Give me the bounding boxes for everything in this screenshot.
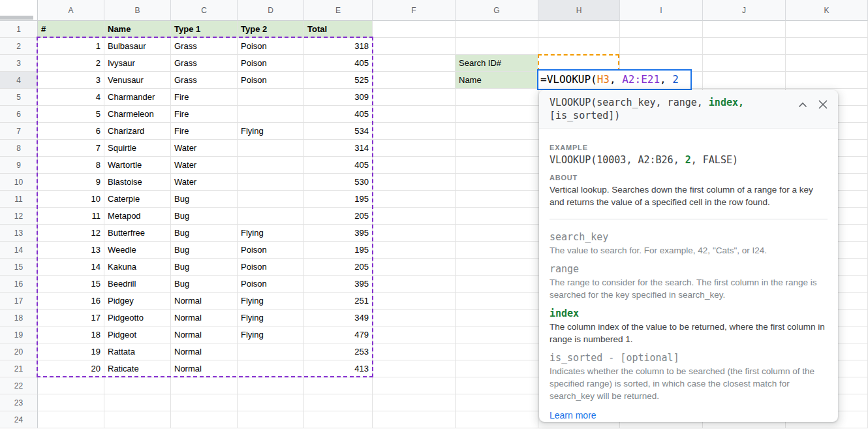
row-header-9[interactable]: 9 [0, 157, 38, 174]
cell-F23[interactable] [373, 394, 456, 411]
cell-A1[interactable]: # [38, 21, 104, 38]
cell-D7[interactable]: Flying [238, 123, 304, 140]
column-header-H[interactable]: H [538, 0, 620, 21]
cell-B17[interactable]: Pidgey [104, 293, 171, 310]
row-header-17[interactable]: 17 [0, 293, 38, 310]
cell-K3[interactable] [786, 55, 868, 72]
cell-G4[interactable]: Name [456, 72, 538, 89]
cell-G9[interactable] [456, 157, 538, 174]
cell-E24[interactable] [304, 411, 373, 428]
cell-A17[interactable]: 16 [38, 293, 104, 310]
cell-F20[interactable] [373, 343, 456, 360]
cell-C17[interactable]: Normal [171, 293, 238, 310]
cell-G11[interactable] [456, 191, 538, 208]
row-header-1[interactable]: 1 [0, 21, 38, 38]
cell-C20[interactable]: Normal [171, 343, 238, 360]
cell-E15[interactable]: 205 [304, 259, 373, 276]
column-header-G[interactable]: G [456, 0, 538, 21]
cell-G22[interactable] [456, 377, 538, 394]
cell-G6[interactable] [456, 106, 538, 123]
cell-A22[interactable] [38, 377, 104, 394]
collapse-icon[interactable] [797, 99, 809, 110]
cell-D20[interactable] [238, 343, 304, 360]
select-all-corner[interactable] [0, 0, 38, 21]
cell-K4[interactable] [786, 72, 868, 89]
column-header-I[interactable]: I [620, 0, 703, 21]
cell-J1[interactable] [703, 21, 786, 38]
cell-A9[interactable]: 8 [38, 157, 104, 174]
cell-E2[interactable]: 318 [304, 38, 373, 55]
cell-F16[interactable] [373, 276, 456, 293]
cell-D8[interactable] [238, 140, 304, 157]
cell-C6[interactable]: Fire [171, 106, 238, 123]
cell-F5[interactable] [373, 89, 456, 106]
cell-B1[interactable]: Name [104, 21, 171, 38]
cell-A3[interactable]: 2 [38, 55, 104, 72]
cell-G24[interactable] [456, 411, 538, 428]
cell-B9[interactable]: Wartortle [104, 157, 171, 174]
cell-G8[interactable] [456, 140, 538, 157]
column-header-D[interactable]: D [238, 0, 304, 21]
cell-A21[interactable]: 20 [38, 360, 104, 377]
cell-E11[interactable]: 195 [304, 191, 373, 208]
cell-J4[interactable] [703, 72, 786, 89]
cell-D3[interactable]: Poison [238, 55, 304, 72]
cell-C8[interactable]: Water [171, 140, 238, 157]
cell-G1[interactable] [456, 21, 538, 38]
cell-F12[interactable] [373, 208, 456, 225]
row-header-10[interactable]: 10 [0, 174, 38, 191]
close-icon[interactable] [817, 99, 829, 110]
cell-A13[interactable]: 12 [38, 225, 104, 242]
row-header-5[interactable]: 5 [0, 89, 38, 106]
cell-E21[interactable]: 413 [304, 360, 373, 377]
cell-F4[interactable] [373, 72, 456, 89]
cell-D16[interactable]: Poison [238, 276, 304, 293]
cell-B23[interactable] [104, 394, 171, 411]
cell-C16[interactable]: Bug [171, 276, 238, 293]
cell-J3[interactable] [703, 55, 786, 72]
row-header-18[interactable]: 18 [0, 310, 38, 326]
cell-A11[interactable]: 10 [38, 191, 104, 208]
cell-D21[interactable] [238, 360, 304, 377]
cell-K1[interactable] [786, 21, 868, 38]
row-header-15[interactable]: 15 [0, 259, 38, 276]
cell-D2[interactable]: Poison [238, 38, 304, 55]
cell-B22[interactable] [104, 377, 171, 394]
cell-C23[interactable] [171, 394, 238, 411]
learn-more-link[interactable]: Learn more [550, 409, 597, 422]
cell-D12[interactable] [238, 208, 304, 225]
cell-G2[interactable] [456, 38, 538, 55]
cell-A5[interactable]: 4 [38, 89, 104, 106]
cell-A6[interactable]: 5 [38, 106, 104, 123]
cell-B5[interactable]: Charmander [104, 89, 171, 106]
cell-C2[interactable]: Grass [171, 38, 238, 55]
cell-G13[interactable] [456, 225, 538, 242]
cell-C15[interactable]: Bug [171, 259, 238, 276]
cell-F8[interactable] [373, 140, 456, 157]
cell-G7[interactable] [456, 123, 538, 140]
cell-E13[interactable]: 395 [304, 225, 373, 242]
cell-E9[interactable]: 405 [304, 157, 373, 174]
cell-K2[interactable] [786, 38, 868, 55]
cell-C13[interactable]: Bug [171, 225, 238, 242]
cell-D11[interactable] [238, 191, 304, 208]
cell-C10[interactable]: Water [171, 174, 238, 191]
cell-E22[interactable] [304, 377, 373, 394]
row-header-7[interactable]: 7 [0, 123, 38, 140]
cell-B20[interactable]: Rattata [104, 343, 171, 360]
cell-D18[interactable]: Flying [238, 310, 304, 326]
cell-F15[interactable] [373, 259, 456, 276]
column-header-A[interactable]: A [38, 0, 104, 21]
cell-C4[interactable]: Grass [171, 72, 238, 89]
cell-D13[interactable]: Flying [238, 225, 304, 242]
cell-B24[interactable] [104, 411, 171, 428]
cell-F3[interactable] [373, 55, 456, 72]
cell-F13[interactable] [373, 225, 456, 242]
cell-D24[interactable] [238, 411, 304, 428]
cell-A7[interactable]: 6 [38, 123, 104, 140]
cell-C19[interactable]: Normal [171, 326, 238, 343]
cell-A16[interactable]: 15 [38, 276, 104, 293]
cell-B7[interactable]: Charizard [104, 123, 171, 140]
cell-B6[interactable]: Charmeleon [104, 106, 171, 123]
column-header-E[interactable]: E [304, 0, 373, 21]
